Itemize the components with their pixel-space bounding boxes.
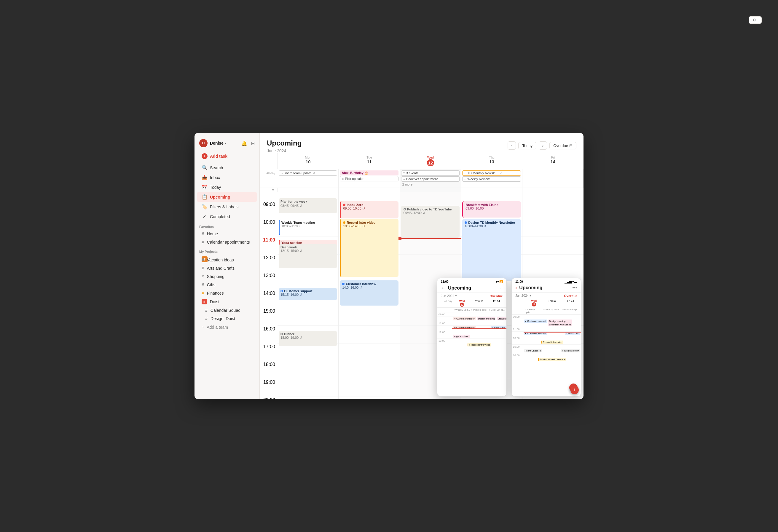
- spacer: [523, 188, 584, 192]
- plus-icon: +: [202, 153, 208, 159]
- next-arrow-button[interactable]: ›: [539, 142, 547, 150]
- vacation-ideas-label: Vacation ideas: [207, 258, 234, 262]
- calendar-header: Mon 10 Tue 11 Wed 12 Thu 13 Fri 14: [260, 153, 584, 169]
- sidebar-item-vacation-ideas[interactable]: # Vacation ideas: [197, 256, 257, 264]
- time-labels-col: 09:00 10:00 11:00 12:00 13:00 14:00 15:0…: [260, 192, 278, 399]
- sidebar-item-finances[interactable]: # Finances: [197, 289, 257, 297]
- circle-icon-orange: ○: [464, 172, 466, 175]
- sidebar-item-upcoming[interactable]: 📋 Upcoming: [197, 192, 257, 202]
- hour-wed-13: [400, 272, 461, 290]
- layout-icon[interactable]: ⊞: [251, 141, 255, 146]
- blue-dot: [342, 283, 344, 285]
- event-breakfast-elaine[interactable]: Breakfast with Elaine 09:00–10:00: [462, 201, 521, 217]
- sidebar-item-home[interactable]: # Home: [197, 230, 257, 238]
- event-publish-video[interactable]: Publish video to TD YouTube 09:45–12:00 …: [401, 206, 460, 238]
- col-tue11: Tue 11: [338, 153, 400, 169]
- hour-wed-16: [400, 326, 461, 344]
- event-label: Book vet appointment: [406, 177, 438, 181]
- circle-icon: ○: [464, 178, 466, 181]
- event-design-td-newsletter[interactable]: Design TD Monthly Newsletter 10:00–14:30…: [462, 219, 521, 281]
- add-task-button[interactable]: + Add task: [197, 151, 257, 162]
- spacer: [523, 192, 584, 201]
- sidebar-item-completed[interactable]: ✓ Completed: [197, 211, 257, 221]
- sidebar-item-arts-crafts[interactable]: # Arts and Crafts: [197, 264, 257, 272]
- sidebar-item-filters[interactable]: 🏷️ Filters & Labels: [197, 202, 257, 211]
- event-label: Weekly Review: [467, 177, 489, 181]
- expand-chevron[interactable]: ▼: [260, 188, 278, 192]
- view-button[interactable]: ⚙: [749, 16, 762, 24]
- event-time: 15:15–16:00 ↺: [281, 293, 335, 297]
- today-button[interactable]: Today: [518, 142, 536, 149]
- lines-icon: ≡: [403, 172, 405, 175]
- hash-icon: #: [202, 266, 204, 271]
- sidebar-item-inbox[interactable]: 📥 Inbox: [197, 173, 257, 182]
- event-dinner[interactable]: Dinner 18:00–19:00 ↺: [279, 331, 337, 346]
- time-1600: 16:00: [260, 326, 278, 344]
- event-td-monthly[interactable]: ○ TD Monthly Newsle... ↺: [462, 170, 521, 176]
- chevron-down-icon[interactable]: ▾: [225, 142, 226, 145]
- hour-mon-19: [278, 379, 338, 397]
- overdue-button[interactable]: Overdue ⊞: [549, 142, 576, 149]
- time-2000: 20:00: [260, 397, 278, 399]
- event-3events[interactable]: ≡ 3 events: [401, 170, 460, 176]
- event-share-team[interactable]: ○ Share team update ↺: [279, 170, 337, 176]
- all-day-row: All day ○ Share team update ↺ Alex' Birt…: [260, 169, 584, 188]
- fav-calendar-label: Calendar appointments: [207, 240, 250, 245]
- hour-thu-18: [461, 361, 522, 379]
- gifts-label: Gifts: [207, 282, 216, 287]
- event-pickup-cake[interactable]: ○ Pick up cake: [340, 176, 398, 181]
- prev-arrow-button[interactable]: ‹: [508, 142, 516, 150]
- time-1000: 10:00: [260, 219, 278, 237]
- event-time: 09:45–12:00 ↺: [403, 211, 457, 215]
- sidebar-header: D Denise ▾ 🔔 ⊞: [194, 138, 259, 151]
- spacer: [400, 192, 461, 201]
- day-name-thu: Thu: [462, 156, 521, 159]
- event-time: 14:0–16:00 ↺: [342, 286, 396, 289]
- event-time: 09:00–10:00 ↺: [343, 206, 396, 210]
- col-mon10: Mon 10: [278, 153, 338, 169]
- event-label: Pick up cake: [345, 177, 363, 180]
- event-weekly-team[interactable]: Weekly Team meeting 10:00–11:00: [279, 219, 337, 235]
- hour-fri-10: [523, 219, 584, 237]
- sidebar-item-calendar-appointments[interactable]: # Calendar appointments: [197, 238, 257, 246]
- sidebar-item-design-doist[interactable]: # Design: Doist: [197, 315, 257, 323]
- sidebar-item-today[interactable]: 📅 Today: [197, 182, 257, 192]
- time-1200: 12:00: [260, 255, 278, 272]
- event-weekly-review[interactable]: ○ Weekly Review: [462, 176, 521, 182]
- hour-tue-19: [338, 379, 399, 397]
- sidebar-item-search[interactable]: 🔍 Search: [197, 163, 257, 173]
- time-scroll-area[interactable]: 09:00 10:00 11:00 12:00 13:00 14:00 15:0…: [260, 192, 584, 399]
- event-alex-birthday[interactable]: Alex' Birthday 🎂: [340, 170, 398, 175]
- add-team-button[interactable]: + Add a team: [197, 323, 257, 332]
- event-customer-support[interactable]: Customer support 15:15–16:00 ↺: [279, 288, 337, 300]
- event-name-row: Customer interview: [342, 282, 396, 286]
- 2-more-link[interactable]: 2 more: [401, 182, 460, 186]
- circle-dot: [281, 333, 283, 335]
- event-plan-week[interactable]: Plan for the week 08:45–09:45 ↺: [279, 198, 337, 213]
- event-title: Record intro video: [346, 221, 375, 225]
- overdue-grid-icon: ⊞: [569, 144, 572, 148]
- hour-tue-17: [338, 344, 399, 361]
- bell-icon[interactable]: 🔔: [241, 141, 247, 146]
- sidebar-item-shopping[interactable]: # Shopping: [197, 272, 257, 281]
- hour-wed-11: [400, 237, 461, 255]
- event-title: Customer interview: [346, 282, 376, 286]
- hour-fri-16: [523, 326, 584, 344]
- event-book-vet[interactable]: ○ Book vet appointment: [401, 176, 460, 182]
- event-name-row: Publish video to TD YouTube: [403, 207, 457, 211]
- event-label: 3 events: [406, 171, 419, 175]
- my-projects-label: My Projects: [194, 246, 259, 255]
- hash-icon: #: [202, 232, 204, 236]
- event-record-intro[interactable]: Record intro video 10:00–14:00 ↺: [340, 219, 398, 277]
- hour-fri-18: [523, 361, 584, 379]
- event-deep-work[interactable]: Deep work 12:15–15:00 ↺: [279, 244, 337, 268]
- event-inbox-zero[interactable]: Inbox Zero 09:00–10:00 ↺: [340, 201, 398, 218]
- add-team-label: Add a team: [207, 325, 228, 330]
- sidebar-item-gifts[interactable]: # Gifts: [197, 281, 257, 289]
- event-customer-interview[interactable]: Customer interview 14:0–16:00 ↺: [340, 280, 398, 305]
- date-subtitle: June 2024: [267, 149, 302, 153]
- arts-crafts-label: Arts and Crafts: [207, 266, 235, 271]
- day-num-14: 14: [524, 159, 582, 164]
- sidebar-item-doist[interactable]: d Doist: [197, 297, 257, 306]
- sidebar-item-calendar-squad[interactable]: # Calendar Squad: [197, 306, 257, 315]
